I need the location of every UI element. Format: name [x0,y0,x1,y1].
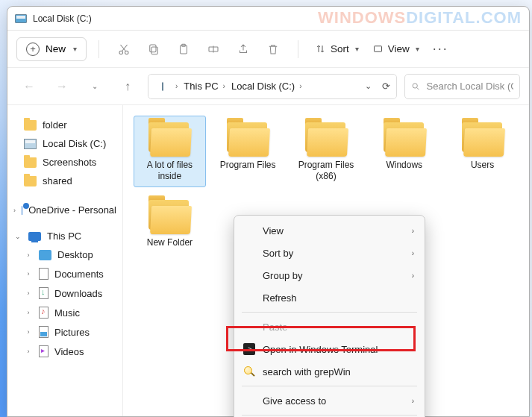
sidebar-item-documents[interactable]: ›Documents [7,264,122,283]
drive-icon [24,139,37,149]
share-button[interactable] [231,37,256,62]
collapse-icon[interactable]: ⌄ [13,233,22,240]
chevron-right-icon: › [412,249,414,257]
sidebar-item-this-pc[interactable]: ⌄This PC [7,227,122,245]
separator [298,40,298,58]
chevron-right-icon[interactable]: › [175,82,178,90]
chevron-down-icon: ▾ [416,45,419,53]
ctx-group-by[interactable]: Group by› [234,264,425,286]
ctx-open-terminal[interactable]: Open in Windows Terminal [234,338,425,360]
sidebar-label: This PC [47,231,81,242]
folder-icon [24,120,37,131]
ctx-label: Paste [263,322,287,333]
forward-button[interactable]: → [49,74,75,99]
folder-label: Program Files (x86) [292,160,360,182]
ctx-refresh[interactable]: Refresh [234,286,425,309]
sidebar-item-screenshots[interactable]: Screenshots [7,153,122,172]
sidebar-item-music[interactable]: ›Music [7,303,122,322]
folder-item[interactable]: Users [446,116,519,187]
chevron-right-icon: › [412,397,414,405]
search-placeholder: Search Local Disk (C:) [427,81,513,92]
svg-point-8 [413,83,417,87]
navigation-bar: ← → ⌄ ↑ › This PC› Local Disk (C:)› ⌄ ⟳ … [7,68,529,105]
sidebar-label: OneDrive - Personal [28,204,116,216]
ctx-view[interactable]: View› [234,219,425,242]
expand-icon[interactable]: › [24,309,33,316]
context-menu: View› Sort by› Group by› Refresh Paste O… [234,215,425,417]
address-bar[interactable]: › This PC› Local Disk (C:)› ⌄ ⟳ [148,74,397,99]
drive-icon [15,14,27,23]
sidebar-item-pictures[interactable]: ›Pictures [7,322,122,342]
separator [242,312,417,313]
sidebar-label: folder [43,119,67,131]
sidebar-label: Local Disk (C:) [43,138,106,149]
up-button[interactable]: ↑ [115,74,140,99]
breadcrumb-item[interactable]: This PC› [184,81,227,92]
sidebar-item-onedrive[interactable]: ›OneDrive - Personal [7,201,122,219]
paste-button[interactable] [171,37,196,62]
drive-icon [154,82,169,91]
more-button[interactable]: ··· [428,41,453,57]
expand-icon[interactable]: › [24,348,33,355]
copy-button[interactable] [141,37,166,62]
sort-button[interactable]: Sort ▾ [310,43,363,54]
expand-icon[interactable]: › [24,251,33,259]
view-button[interactable]: View ▾ [368,43,424,54]
separator [98,40,99,58]
expand-icon[interactable]: › [24,328,33,336]
svg-point-0 [119,51,123,54]
folder-icon [146,198,193,234]
folder-item[interactable]: Program Files (x86) [290,116,363,187]
folder-icon [460,121,506,157]
chevron-down-icon: ▾ [73,45,77,53]
expand-icon[interactable]: › [13,207,16,214]
rename-button[interactable] [201,37,226,62]
recent-chevron[interactable]: ⌄ [82,74,107,99]
ctx-label: Group by [263,270,302,281]
ctx-label: search with grepWin [263,366,351,377]
sidebar-item-local-disk[interactable]: Local Disk (C:) [7,134,122,153]
ctx-sort-by[interactable]: Sort by› [234,242,425,264]
sidebar-item-shared[interactable]: shared [7,172,122,190]
expand-icon[interactable]: › [24,270,33,278]
back-button[interactable]: ← [16,74,42,99]
folder-label: New Folder [147,237,193,248]
folder-label: Users [471,160,494,171]
sidebar-label: Music [54,307,80,319]
navigation-pane[interactable]: folder Local Disk (C:) Screenshots share… [7,105,123,416]
magnifier-icon [243,366,255,377]
sidebar-item-desktop[interactable]: ›Desktop [7,245,122,264]
documents-icon [39,268,48,280]
folder-item[interactable]: Windows [368,116,440,187]
folder-item[interactable]: Program Files [212,116,284,187]
new-button[interactable]: + New ▾ [16,37,87,61]
pictures-icon [39,326,48,338]
sidebar-item-downloads[interactable]: ›Downloads [7,283,122,303]
ctx-grepwin[interactable]: search with grepWin [234,360,425,383]
chevron-right-icon: › [412,227,414,235]
terminal-icon [243,343,255,355]
refresh-button[interactable]: ⟳ [382,81,390,92]
sidebar-label: Screenshots [43,157,96,168]
sidebar-item-videos[interactable]: ›Videos [7,342,122,361]
address-dropdown[interactable]: ⌄ [365,81,372,91]
folder-icon [225,121,271,157]
delete-button[interactable] [260,37,286,62]
ctx-give-access[interactable]: Give access to› [234,389,425,412]
folder-icon [381,121,428,157]
sidebar-label: Pictures [54,327,90,338]
sidebar-item-folder[interactable]: folder [7,116,122,134]
folder-item[interactable]: New Folder [134,193,206,254]
separator [242,415,417,416]
watermark: WINDOWSDIGITAL.COM [318,8,522,28]
folder-item[interactable]: A lot of files inside [134,116,206,187]
search-input[interactable]: Search Local Disk (C:) [404,74,520,99]
folder-label: Windows [386,160,422,171]
folder-icon [24,176,37,186]
cut-button[interactable] [111,37,137,62]
plus-icon: + [26,43,40,56]
videos-icon [39,345,48,357]
breadcrumb-label: Local Disk (C:) [231,81,295,92]
expand-icon[interactable]: › [24,289,33,297]
breadcrumb-item[interactable]: Local Disk (C:)› [231,81,304,92]
